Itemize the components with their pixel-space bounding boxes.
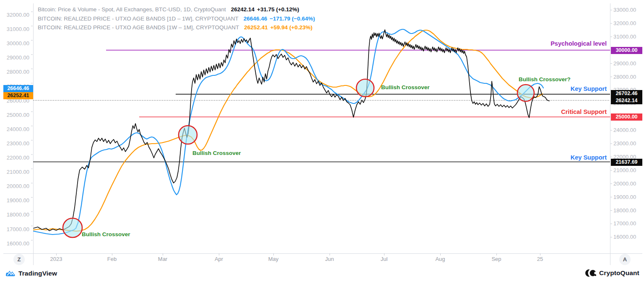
left-axis-label: 21000.00 bbox=[3, 169, 29, 175]
time-axis-label-25: 25 bbox=[537, 256, 543, 262]
right-axis-badge-key-support-lower: 21637.69 bbox=[611, 159, 642, 166]
time-axis-label-Mar: Mar bbox=[158, 256, 167, 262]
series-btc-price[interactable] bbox=[34, 30, 549, 231]
left-axis-label: 18000.00 bbox=[3, 212, 29, 218]
crossover-circle-3[interactable] bbox=[356, 79, 374, 97]
right-axis-label: 31000.00 bbox=[613, 34, 636, 40]
legend-title: Bitcoin: Price & Volume - Spot, All Exch… bbox=[38, 6, 226, 13]
left-axis-label: 32000.00 bbox=[3, 12, 29, 18]
level-label-key-support-lower[interactable]: Key Support bbox=[571, 154, 607, 161]
legend-title: BITCOIN: REALIZED PRICE - UTXO AGE BANDS… bbox=[38, 24, 239, 31]
level-label-critical-support[interactable]: Critical Support bbox=[561, 108, 607, 115]
right-axis-label: 18000.00 bbox=[613, 208, 636, 214]
cryptoquant-logo[interactable]: CryptoQuant bbox=[585, 269, 639, 277]
legend-value: 26242.14 bbox=[231, 6, 254, 13]
left-axis-label: 23000.00 bbox=[3, 141, 29, 147]
left-axis-label: 25000.00 bbox=[3, 112, 29, 118]
time-axis-label-Feb: Feb bbox=[107, 256, 117, 262]
auto-scale-button[interactable]: A bbox=[619, 254, 631, 265]
legend-value: 26646.46 bbox=[244, 15, 267, 22]
level-label-key-support-upper[interactable]: Key Support bbox=[571, 85, 607, 92]
left-axis-label: 28000.00 bbox=[3, 69, 29, 75]
right-axis-label: 24000.00 bbox=[613, 127, 636, 133]
legend: Bitcoin: Price & Volume - Spot, All Exch… bbox=[38, 5, 315, 32]
legend-row-utxo-1w-1m[interactable]: BITCOIN: REALIZED PRICE - UTXO AGE BANDS… bbox=[38, 23, 315, 32]
left-axis-label: 30000.00 bbox=[3, 41, 29, 46]
tradingview-logo-icon bbox=[5, 269, 16, 277]
right-axis-label: 29000.00 bbox=[613, 61, 636, 67]
right-axis-label: 21000.00 bbox=[613, 168, 636, 173]
right-axis-label: 33000.00 bbox=[613, 7, 636, 13]
crossover-circle-4[interactable] bbox=[517, 85, 534, 101]
left-axis-badge: 26252.41 bbox=[3, 92, 33, 99]
right-axis-label: 23000.00 bbox=[613, 141, 636, 147]
right-axis-badge-critical-support: 25000.00 bbox=[611, 113, 642, 121]
right-axis-badge-key-support-upper: 26702.46 bbox=[611, 90, 642, 97]
left-axis-label: 19000.00 bbox=[3, 198, 29, 204]
crossover-label-2[interactable]: Bullish Crossover bbox=[192, 150, 241, 156]
crossover-circle-2[interactable] bbox=[179, 126, 197, 144]
legend-change: −171.79 (−0.64%) bbox=[270, 15, 315, 22]
left-axis-label: 22000.00 bbox=[3, 155, 29, 161]
right-axis-badge-psychological: 30000.00 bbox=[611, 47, 642, 54]
right-axis-label: 32000.00 bbox=[613, 21, 636, 26]
crossover-circle-1[interactable] bbox=[63, 218, 82, 237]
crossover-label-1[interactable]: Bullish Crossover bbox=[82, 231, 130, 237]
right-axis-label: 28000.00 bbox=[613, 74, 636, 80]
right-axis-label: 16000.00 bbox=[613, 234, 636, 240]
level-label-psychological[interactable]: Psychological level bbox=[551, 40, 607, 47]
legend-title: BITCOIN: REALIZED PRICE - UTXO AGE BANDS… bbox=[38, 15, 239, 22]
right-axis-badge-last-price: 26242.14 bbox=[611, 97, 642, 104]
left-axis-label: 31000.00 bbox=[3, 26, 29, 32]
crossover-label-3[interactable]: Bullish Crossover bbox=[381, 84, 430, 90]
crossover-label-4[interactable]: Bullish Crossover? bbox=[519, 76, 571, 82]
left-axis-badge: 26646.46 bbox=[3, 85, 33, 92]
chart-window: 32000.0031000.0030000.0029000.0028000.00… bbox=[0, 0, 644, 281]
left-axis-label: 20000.00 bbox=[3, 183, 29, 189]
time-axis-label-Apr: Apr bbox=[215, 256, 223, 262]
legend-row-price[interactable]: Bitcoin: Price & Volume - Spot, All Exch… bbox=[38, 5, 315, 14]
legend-change: +31.75 (+0.12%) bbox=[257, 6, 299, 13]
legend-value: 26252.41 bbox=[244, 24, 267, 31]
left-axis-label: 17000.00 bbox=[3, 227, 29, 232]
left-axis-label: 29000.00 bbox=[3, 55, 29, 61]
tradingview-logo-text: TradingView bbox=[18, 270, 57, 277]
time-axis-label-Jun: Jun bbox=[325, 256, 334, 262]
right-axis-label: 20000.00 bbox=[613, 181, 636, 187]
chart-canvas[interactable] bbox=[0, 0, 644, 281]
cryptoquant-logo-icon bbox=[585, 269, 596, 277]
right-axis-label: 19000.00 bbox=[613, 194, 636, 200]
left-price-scale[interactable]: 32000.0031000.0030000.0029000.0028000.00… bbox=[0, 3, 33, 265]
time-axis-label-May: May bbox=[268, 256, 279, 262]
left-axis-label: 16000.00 bbox=[3, 241, 29, 247]
time-axis-label-Jul: Jul bbox=[381, 256, 388, 262]
right-axis-label: 17000.00 bbox=[613, 221, 636, 227]
time-axis-label-Sep: Sep bbox=[491, 256, 501, 262]
tradingview-logo[interactable]: TradingView bbox=[5, 269, 57, 277]
time-scale[interactable] bbox=[33, 254, 610, 266]
legend-row-utxo-1d-1w[interactable]: BITCOIN: REALIZED PRICE - UTXO AGE BANDS… bbox=[38, 14, 315, 23]
legend-change: +59.94 (+0.23%) bbox=[270, 24, 313, 31]
time-axis-label-Aug: Aug bbox=[435, 256, 445, 262]
cryptoquant-logo-text: CryptoQuant bbox=[599, 269, 639, 277]
left-axis-label: 24000.00 bbox=[3, 126, 29, 132]
series-realized-price-1w-1m[interactable] bbox=[34, 30, 543, 231]
timezone-button[interactable]: Z bbox=[13, 254, 25, 265]
time-axis-label-2023: 2023 bbox=[50, 256, 62, 262]
